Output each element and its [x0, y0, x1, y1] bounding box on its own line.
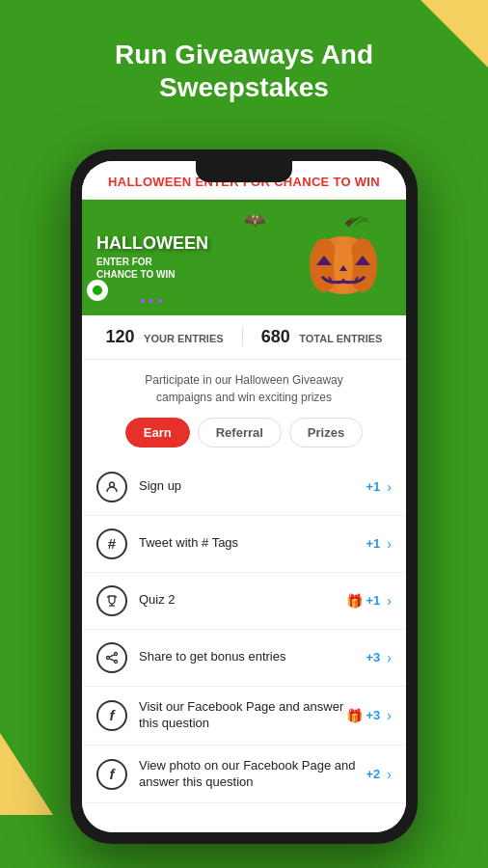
action-label-quiz: Quiz 2: [139, 592, 346, 609]
svg-line-16: [109, 655, 114, 657]
description-text: Participate in our Halloween Giveawaycam…: [82, 360, 406, 414]
entries-bar: 120 YOUR ENTRIES 680 TOTAL ENTRIES: [82, 315, 406, 360]
action-points-share: +3: [366, 650, 381, 665]
bat-decoration: 🦇: [244, 209, 265, 231]
action-item-facebook-q[interactable]: f Visit our Facebook Page and answer thi…: [82, 687, 406, 746]
corner-decoration-bl: [0, 733, 53, 815]
phone-screen: HALLOWEEN ENTER FOR CHANCE TO WIN 🦇 ● ● …: [82, 161, 406, 832]
action-label-facebook-q: Visit our Facebook Page and answer this …: [139, 699, 346, 732]
phone-notch: [196, 161, 292, 182]
chevron-icon-quiz: ›: [387, 593, 392, 609]
action-right-signup: +1 ›: [366, 479, 393, 495]
gift-icon-facebook-q: 🎁: [346, 708, 363, 723]
action-label-facebook-photo: View photo on our Facebook Page and answ…: [139, 758, 366, 791]
total-entries-section: 680 TOTAL ENTRIES: [261, 327, 383, 347]
banner-halloween-text: HALLOWEEN: [96, 234, 208, 254]
action-item-share[interactable]: Share to get bonus entries +3 ›: [82, 630, 406, 687]
action-right-facebook-photo: +2 ›: [366, 767, 393, 782]
your-entries-section: 120 YOUR ENTRIES: [106, 327, 224, 347]
chevron-icon-tweet: ›: [387, 536, 392, 552]
gift-icon-quiz: 🎁: [346, 593, 363, 609]
action-label-share: Share to get bonus entries: [139, 649, 366, 665]
tab-prizes[interactable]: Prizes: [289, 418, 363, 448]
your-entries-count: 120: [106, 327, 135, 346]
action-points-signup: +1: [366, 479, 381, 494]
action-points-facebook-photo: +2: [366, 767, 381, 781]
person-icon: [96, 472, 127, 502]
your-entries-label: YOUR ENTRIES: [144, 333, 224, 344]
action-points-quiz: +1: [366, 593, 381, 608]
action-list: Sign up +1 › # Tweet with # Tags +1 ›: [82, 459, 406, 804]
chevron-icon-share: ›: [387, 650, 392, 665]
chevron-icon-signup: ›: [387, 479, 392, 495]
action-right-facebook-q: 🎁 +3 ›: [346, 708, 393, 723]
tab-referral[interactable]: Referral: [198, 418, 282, 448]
action-item-facebook-photo[interactable]: f View photo on our Facebook Page and an…: [82, 746, 406, 804]
total-entries-label: TOTAL ENTRIES: [299, 333, 382, 344]
action-item-tweet[interactable]: # Tweet with # Tags +1 ›: [82, 516, 406, 573]
action-right-tweet: +1 ›: [366, 536, 393, 552]
phone-frame: HALLOWEEN ENTER FOR CHANCE TO WIN 🦇 ● ● …: [70, 149, 418, 844]
svg-point-14: [115, 660, 118, 663]
action-right-share: +3 ›: [366, 650, 393, 665]
total-entries-count: 680: [261, 327, 290, 346]
candy-decoration: ● ● ●: [140, 295, 163, 306]
chevron-icon-facebook-photo: ›: [387, 767, 392, 782]
eyeball-decoration: [87, 280, 108, 301]
banner-text-area: HALLOWEEN ENTER FORCHANCE TO WIN: [96, 234, 208, 281]
svg-point-13: [115, 652, 118, 655]
svg-point-15: [107, 656, 110, 659]
action-label-tweet: Tweet with # Tags: [139, 535, 366, 552]
pumpkin-decoration: [295, 209, 392, 306]
content-area: Participate in our Halloween Giveawaycam…: [82, 360, 406, 832]
action-item-quiz[interactable]: Quiz 2 🎁 +1 ›: [82, 573, 406, 630]
banner-sub-text: ENTER FORCHANCE TO WIN: [96, 256, 208, 281]
facebook-icon-1: f: [96, 700, 127, 731]
svg-line-17: [109, 659, 114, 661]
action-right-quiz: 🎁 +1 ›: [346, 593, 393, 609]
entries-divider: [242, 327, 243, 346]
action-label-signup: Sign up: [139, 478, 366, 495]
share-icon: [96, 642, 127, 673]
chevron-icon-facebook-q: ›: [387, 708, 392, 723]
page-title: Run Giveaways And Sweepstakes: [0, 0, 488, 132]
action-points-tweet: +1: [366, 536, 381, 551]
banner-image: 🦇 ● ● ● HALLOWEEN ENTER FORCHANCE TO WIN: [82, 200, 406, 315]
facebook-icon-2: f: [96, 759, 127, 790]
action-item-signup[interactable]: Sign up +1 ›: [82, 459, 406, 516]
hashtag-icon: #: [96, 529, 127, 559]
tabs-row: Earn Referral Prizes: [82, 414, 406, 459]
action-points-facebook-q: +3: [366, 708, 381, 722]
tab-earn[interactable]: Earn: [125, 418, 190, 448]
trophy-icon: [96, 585, 127, 616]
